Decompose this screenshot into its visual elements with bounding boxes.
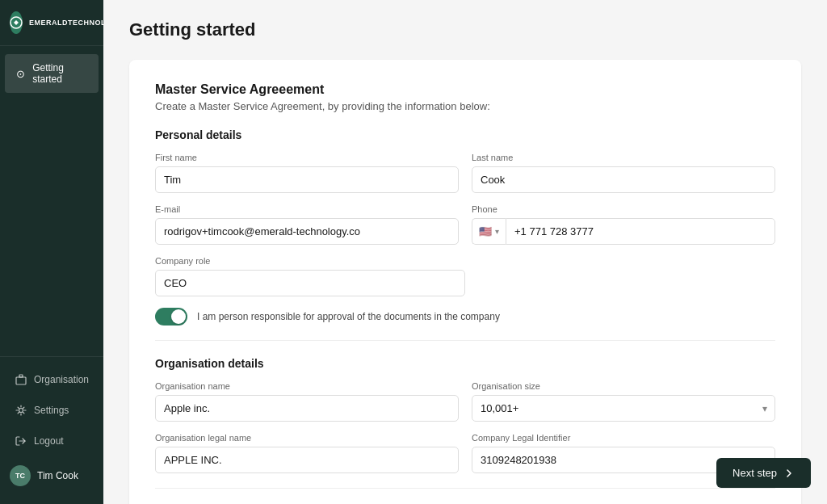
email-label: E-mail (155, 204, 459, 214)
phone-input[interactable] (506, 218, 775, 245)
email-input[interactable] (155, 218, 459, 245)
last-name-input[interactable] (472, 166, 775, 193)
org-size-group: Organisation size 10,001+ 1-10 11-50 51-… (472, 381, 775, 422)
first-name-group: First name (155, 153, 459, 193)
company-legal-id-label: Company Legal Identifier (472, 433, 775, 443)
sidebar-item-label: Settings (34, 405, 69, 416)
logout-icon (15, 435, 27, 447)
settings-icon (15, 404, 27, 417)
user-avatar: TC (10, 465, 31, 486)
sidebar-item-settings[interactable]: Settings (5, 396, 99, 425)
sidebar-logo: EMERALDTECHNOLOGY (0, 0, 103, 46)
sidebar-item-organisation[interactable]: Organisation (5, 365, 99, 394)
org-name-group: Organisation name (155, 381, 459, 422)
personal-details-label: Personal details (155, 128, 775, 141)
next-step-label: Next step (733, 467, 777, 479)
phone-input-group: 🇺🇸 ▾ (472, 218, 775, 245)
divider (155, 340, 775, 341)
org-details-label: Organisation details (155, 357, 775, 370)
org-legal-name-group: Organisation legal name (155, 433, 459, 473)
svg-rect-1 (16, 377, 26, 384)
section-subtitle: Create a Master Service Agreement, by pr… (155, 100, 775, 112)
email-phone-row: E-mail Phone 🇺🇸 ▾ (155, 204, 775, 245)
name-row: First name Last name (155, 153, 775, 193)
toggle-label: I am person responsible for approval of … (197, 311, 500, 322)
org-legal-name-label: Organisation legal name (155, 433, 459, 443)
toggle-row: I am person responsible for approval of … (155, 308, 775, 326)
divider-2 (155, 488, 775, 489)
phone-flag-arrow: ▾ (495, 227, 499, 236)
svg-point-3 (19, 409, 23, 413)
sidebar-item-label: Organisation (34, 374, 89, 385)
org-size-select-wrapper: 10,001+ 1-10 11-50 51-200 201-500 501-10… (472, 395, 775, 422)
page-title: Getting started (129, 19, 801, 40)
first-name-label: First name (155, 153, 459, 162)
org-name-size-row: Organisation name Organisation size 10,0… (155, 381, 775, 422)
org-size-label: Organisation size (472, 381, 775, 391)
form-card: Master Service Agreeement Create a Maste… (129, 60, 801, 504)
org-legal-name-input[interactable] (155, 447, 459, 473)
logo-icon (10, 11, 23, 34)
company-role-row: Company role (155, 256, 775, 296)
getting-started-icon: ⊙ (15, 67, 26, 80)
sidebar-bottom: Organisation Settings Logout TC Tim Cook (0, 356, 103, 504)
company-role-label: Company role (155, 256, 465, 266)
approval-toggle[interactable] (155, 308, 187, 326)
sidebar-item-getting-started[interactable]: ⊙ Getting started (5, 54, 99, 93)
organisation-icon (15, 373, 27, 386)
sidebar-nav: ⊙ Getting started (0, 46, 103, 356)
sidebar-item-label: Getting started (32, 62, 89, 85)
email-group: E-mail (155, 204, 459, 245)
sidebar-item-logout[interactable]: Logout (5, 426, 99, 456)
svg-rect-2 (19, 375, 23, 377)
company-role-group: Company role (155, 256, 465, 296)
first-name-input[interactable] (155, 166, 459, 193)
phone-label: Phone (472, 204, 775, 214)
last-name-group: Last name (472, 153, 775, 193)
org-size-select[interactable]: 10,001+ 1-10 11-50 51-200 201-500 501-10… (472, 395, 775, 422)
sidebar: EMERALDTECHNOLOGY ⊙ Getting started Orga… (0, 0, 103, 504)
phone-group: Phone 🇺🇸 ▾ (472, 204, 775, 245)
section-title: Master Service Agreeement (155, 82, 775, 97)
sidebar-item-label: Logout (34, 435, 64, 447)
main-content: Getting started Master Service Agreeemen… (103, 0, 827, 504)
last-name-label: Last name (472, 153, 775, 162)
org-name-input[interactable] (155, 395, 459, 422)
org-legal-row: Organisation legal name Company Legal Id… (155, 433, 775, 473)
company-role-input[interactable] (155, 270, 465, 296)
sidebar-user: TC Tim Cook (0, 457, 103, 494)
org-name-label: Organisation name (155, 381, 459, 391)
user-name: Tim Cook (37, 470, 78, 481)
phone-flag-emoji: 🇺🇸 (479, 225, 492, 237)
next-arrow-icon (783, 468, 795, 479)
next-step-button[interactable]: Next step (716, 458, 811, 488)
next-step-container: Next step (716, 458, 811, 488)
phone-flag-selector[interactable]: 🇺🇸 ▾ (472, 218, 506, 245)
